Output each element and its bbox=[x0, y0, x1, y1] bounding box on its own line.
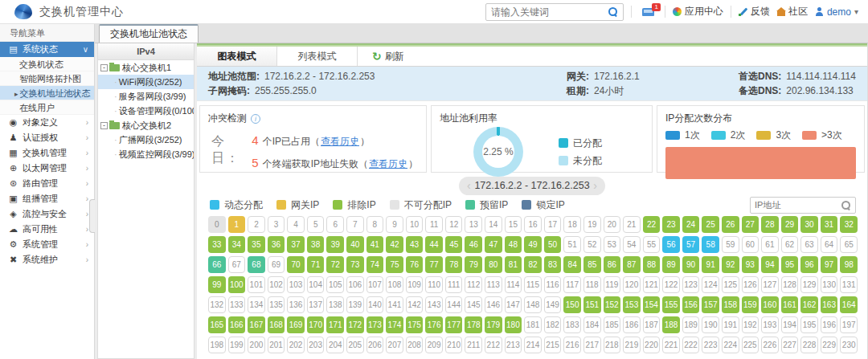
ip-tile[interactable]: 78 bbox=[445, 256, 463, 273]
sidebar-group-0[interactable]: ▤系统状态∨ bbox=[0, 42, 94, 57]
ip-tile[interactable]: 10 bbox=[406, 216, 424, 233]
sidebar-group-4[interactable]: ⊕以太网管理› bbox=[0, 161, 94, 176]
ip-tile[interactable]: 1 bbox=[228, 216, 246, 233]
info-icon[interactable] bbox=[251, 114, 260, 124]
ip-tile[interactable]: 157 bbox=[702, 296, 719, 313]
ip-tile[interactable]: 28 bbox=[761, 216, 779, 233]
ip-tile[interactable]: 109 bbox=[406, 276, 424, 293]
app-center-button[interactable]: 应用中心 bbox=[673, 5, 723, 18]
ip-tile[interactable]: 26 bbox=[722, 216, 739, 233]
tree-leaf-0-0[interactable]: ·WiFi网段(3/252) bbox=[98, 75, 194, 89]
sidebar-group-10[interactable]: ✖系统维护› bbox=[0, 252, 94, 267]
view-history-link[interactable]: 查看历史 bbox=[321, 136, 359, 147]
refresh-button[interactable]: ↻ 刷新 bbox=[372, 47, 404, 66]
ip-tile[interactable]: 171 bbox=[326, 316, 344, 333]
ip-tile[interactable]: 72 bbox=[326, 256, 344, 273]
ip-tile[interactable]: 46 bbox=[465, 236, 482, 253]
ip-tile[interactable]: 77 bbox=[425, 256, 443, 273]
ip-tile[interactable]: 116 bbox=[544, 276, 562, 293]
ip-tile[interactable]: 69 bbox=[268, 256, 285, 273]
ip-tile[interactable]: 185 bbox=[604, 316, 621, 333]
pager-next-icon[interactable]: › bbox=[593, 179, 597, 192]
ip-tile[interactable]: 5 bbox=[307, 216, 325, 233]
ip-tile[interactable]: 221 bbox=[662, 337, 680, 353]
ip-tile[interactable]: 117 bbox=[563, 276, 581, 293]
global-search[interactable] bbox=[485, 3, 624, 21]
ip-tile[interactable]: 147 bbox=[505, 296, 522, 313]
ip-tile[interactable]: 123 bbox=[682, 276, 700, 293]
tree-leaf-1-1[interactable]: ·视频监控网段(3/99) bbox=[98, 147, 194, 161]
ip-tile[interactable]: 222 bbox=[682, 337, 700, 353]
ip-tile[interactable]: 220 bbox=[643, 337, 661, 353]
tree-leaf-1-0[interactable]: ·广播网段(3/252) bbox=[98, 133, 194, 147]
ip-tile[interactable]: 163 bbox=[821, 296, 838, 313]
ip-tile[interactable]: 71 bbox=[307, 256, 325, 273]
ip-tile[interactable]: 145 bbox=[465, 296, 482, 313]
ip-tile[interactable]: 94 bbox=[761, 256, 779, 273]
ip-tile[interactable]: 37 bbox=[287, 236, 305, 253]
ip-tile[interactable]: 150 bbox=[563, 296, 581, 313]
ip-tile[interactable]: 138 bbox=[326, 296, 344, 313]
ip-tile[interactable]: 186 bbox=[623, 316, 641, 333]
ip-tile[interactable]: 97 bbox=[821, 256, 838, 273]
ip-tile[interactable]: 170 bbox=[307, 316, 325, 333]
ip-tile[interactable]: 24 bbox=[682, 216, 700, 233]
tree-toggle-icon[interactable]: - bbox=[100, 64, 108, 71]
ip-tile[interactable]: 65 bbox=[840, 236, 858, 253]
ip-tile[interactable]: 215 bbox=[544, 337, 562, 353]
ip-tile[interactable]: 128 bbox=[781, 276, 799, 293]
ip-tile[interactable]: 180 bbox=[505, 316, 522, 333]
ip-tile[interactable]: 25 bbox=[702, 216, 719, 233]
ip-tile[interactable]: 20 bbox=[604, 216, 621, 233]
ip-tile[interactable]: 18 bbox=[563, 216, 581, 233]
ip-tile[interactable]: 12 bbox=[445, 216, 463, 233]
ip-tile[interactable]: 151 bbox=[583, 296, 601, 313]
ip-tile[interactable]: 122 bbox=[662, 276, 680, 293]
sidebar-subitem-1[interactable]: 智能网络拓扑图 bbox=[0, 71, 94, 86]
ip-tile[interactable]: 3 bbox=[268, 216, 285, 233]
ip-tile[interactable]: 202 bbox=[287, 337, 305, 353]
ip-tile[interactable]: 2 bbox=[248, 216, 265, 233]
ip-tile[interactable]: 70 bbox=[287, 256, 305, 273]
ip-tile[interactable]: 93 bbox=[742, 256, 760, 273]
ip-tile[interactable]: 113 bbox=[485, 276, 502, 293]
ip-tile[interactable]: 55 bbox=[643, 236, 661, 253]
feedback-button[interactable]: 反馈 bbox=[739, 5, 770, 18]
ip-tile[interactable]: 141 bbox=[386, 296, 403, 313]
ip-tile[interactable]: 115 bbox=[524, 276, 542, 293]
ip-tile[interactable]: 90 bbox=[682, 256, 700, 273]
ip-tile[interactable]: 56 bbox=[662, 236, 680, 253]
ip-tile[interactable]: 217 bbox=[583, 337, 601, 353]
ip-tile[interactable]: 111 bbox=[445, 276, 463, 293]
ip-tile[interactable]: 74 bbox=[366, 256, 384, 273]
sidebar-group-2[interactable]: ♟认证授权› bbox=[0, 130, 94, 145]
ip-tile[interactable]: 195 bbox=[800, 316, 818, 333]
sidebar-group-3[interactable]: ▦交换机管理› bbox=[0, 145, 94, 161]
ip-tile[interactable]: 110 bbox=[425, 276, 443, 293]
tab-list-mode[interactable]: 列表模式 bbox=[277, 47, 358, 66]
ip-tile[interactable]: 135 bbox=[268, 296, 285, 313]
ip-tile[interactable]: 54 bbox=[623, 236, 641, 253]
ip-tile[interactable]: 15 bbox=[505, 216, 522, 233]
tree-toggle-icon[interactable]: - bbox=[100, 122, 108, 129]
global-search-input[interactable] bbox=[491, 6, 608, 18]
ip-tile[interactable]: 133 bbox=[228, 296, 246, 313]
ip-tile[interactable]: 13 bbox=[465, 216, 482, 233]
sidebar-subitem-3[interactable]: 在线用户 bbox=[0, 100, 94, 115]
ip-tile[interactable]: 84 bbox=[563, 256, 581, 273]
sidebar-collapse-handle[interactable] bbox=[89, 199, 95, 233]
ip-tile[interactable]: 129 bbox=[800, 276, 818, 293]
ip-tile[interactable]: 40 bbox=[346, 236, 364, 253]
ip-tile[interactable]: 198 bbox=[208, 337, 226, 353]
ip-tile[interactable]: 182 bbox=[544, 316, 562, 333]
ip-tile[interactable]: 64 bbox=[821, 236, 838, 253]
ip-tile[interactable]: 166 bbox=[228, 316, 246, 333]
ip-tile[interactable]: 50 bbox=[544, 236, 562, 253]
ip-tile[interactable]: 190 bbox=[702, 316, 719, 333]
ip-tile[interactable]: 61 bbox=[761, 236, 779, 253]
sidebar-group-5[interactable]: ⊛路由管理› bbox=[0, 176, 94, 191]
search-icon[interactable] bbox=[608, 6, 618, 17]
ip-tile[interactable]: 152 bbox=[604, 296, 621, 313]
ip-tile[interactable]: 169 bbox=[287, 316, 305, 333]
pager-prev-icon[interactable]: ‹ bbox=[467, 179, 471, 192]
